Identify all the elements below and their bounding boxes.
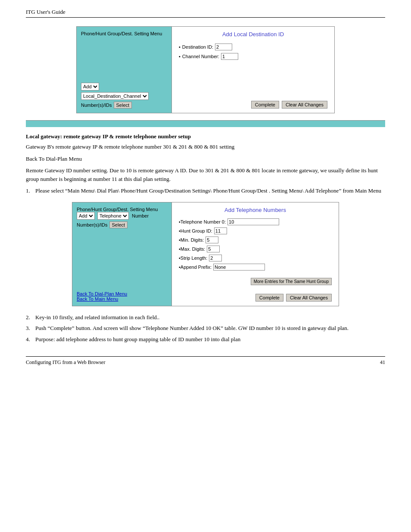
panel1-complete-button[interactable]: Complete (251, 101, 279, 109)
panel2-min-label: Min. Digits: (181, 237, 204, 243)
item3: 3. Push “Complete” button. And screen wi… (26, 324, 385, 333)
panel2-right: Add Telephone Numbers • Telephone Number… (171, 202, 339, 306)
panel2-clear-button[interactable]: Clear All Changes (286, 294, 332, 302)
panel1-dest-id-row: • Destination ID: (179, 44, 327, 50)
item4-text: Purpose: add telephone address to hunt g… (35, 335, 240, 344)
panel1-select-row: Number(s)/IDs Select (81, 102, 167, 109)
panel2-left-menu-label: Phone/Hunt Group/Dest. Setting Menu (77, 207, 167, 212)
panel2-max-label: Max. Digits: (181, 246, 205, 252)
footer-left: Configuring ITG from a Web Browser (26, 359, 105, 366)
section-text2: Back To Dial-Plan Menu (26, 155, 385, 163)
panel1-select-button[interactable]: Select (114, 102, 132, 109)
panel1-left: Phone/Hunt Group/Dest. Setting Menu Add … (77, 27, 171, 113)
panel2-left: Phone/Hunt Group/Dest. Setting Menu Add … (72, 202, 171, 306)
item3-num: 3. (26, 324, 33, 333)
panel2-hunt-label: Hunt Group ID: (181, 228, 212, 233)
panel2-link2[interactable]: Back To Main Menu (77, 296, 167, 302)
panel2-tel-row: • Telephone Number 0: (179, 218, 332, 225)
panel1-dropdown-row: Local_Destination_Channel (81, 92, 167, 100)
panel2-append-input[interactable] (213, 264, 265, 271)
panel2-max-row: • Max. Digits: (179, 246, 332, 252)
panel1-channel-row: • Channel Number: (179, 53, 327, 60)
panel1-right: Add Local Destination ID • Destination I… (171, 27, 334, 113)
panel2-button-row: Complete Clear All Changes (179, 289, 332, 302)
panel2-strip-input[interactable] (209, 255, 222, 261)
panel1-container: Phone/Hunt Group/Dest. Setting Menu Add … (76, 26, 335, 113)
panel2-min-row: • Min. Digits: (179, 236, 332, 243)
panel2-container: Phone/Hunt Group/Dest. Setting Menu Add … (72, 202, 339, 306)
section-text1: Gateway B's remote gateway IP & remote t… (26, 143, 385, 151)
panel1-channel-label: Channel Number: (182, 54, 219, 59)
panel1-dropdown[interactable]: Local_Destination_Channel (81, 92, 149, 100)
panel2-number-label: Number (132, 213, 149, 218)
panel2-more-entries-button[interactable]: More Entries for The Same Hunt Group (251, 278, 332, 285)
panel2-type-select[interactable]: Telephone (97, 212, 129, 220)
panel2-add-row: Add Telephone Number (77, 212, 167, 220)
item2-num: 2. (26, 313, 33, 322)
item1: 1. Please select “Main Menu\ Dial Plan\ … (26, 187, 385, 195)
bullet2: • (179, 54, 181, 59)
item1-text: Please select “Main Menu\ Dial Plan\ Pho… (35, 187, 381, 195)
panel2-select-label: Number(s)/IDs (77, 222, 108, 227)
panel2-hunt-row: • Hunt Group ID: (179, 227, 332, 234)
panel2-max-input[interactable] (207, 246, 220, 252)
section-text3: Remote Gateway ID number setting. Due to… (26, 166, 385, 183)
panel2-select-row: Number(s)/IDs Select (77, 221, 167, 228)
numbered-list-2: 2. Key-in 10 firstly, and related inform… (26, 313, 385, 344)
panel1-add-row: Add (81, 83, 167, 90)
item4: 4. Purpose: add telephone address to hun… (26, 335, 385, 344)
panel2-strip-label: Strip Length: (181, 255, 207, 261)
footer-right: 41 (380, 359, 385, 366)
panel1-dest-id-input[interactable] (215, 44, 232, 50)
panel2-controls: Add Telephone Number Number(s)/IDs Selec… (77, 212, 167, 228)
panel2-tel-label: Telephone Number 0: (181, 219, 226, 224)
panel2-tel-input[interactable] (227, 218, 279, 225)
page-header: ITG User's Guide (26, 9, 385, 18)
panel2-strip-row: • Strip Length: (179, 255, 332, 261)
panel2-hunt-input[interactable] (214, 227, 227, 234)
item4-num: 4. (26, 335, 33, 344)
panel1-channel-input[interactable] (221, 53, 238, 60)
panel2-link1[interactable]: Back To Dial-Plan Menu (77, 291, 167, 296)
panel2-complete-button[interactable]: Complete (255, 294, 283, 302)
item1-num: 1. (26, 187, 33, 195)
header-title: ITG User's Guide (26, 9, 65, 15)
numbered-list: 1. Please select “Main Menu\ Dial Plan\ … (26, 187, 385, 195)
panel2-title: Add Telephone Numbers (179, 207, 332, 213)
page-footer: Configuring ITG from a Web Browser 41 (26, 356, 385, 366)
panel1-clear-button[interactable]: Clear All Changes (282, 101, 327, 109)
panel1-button-row: Complete Clear All Changes (179, 96, 327, 109)
item3-text: Push “Complete” button. And screen will … (35, 324, 349, 333)
item2: 2. Key-in 10 firstly, and related inform… (26, 313, 385, 322)
panel1-bottom-bar (26, 120, 385, 127)
panel2-links: Back To Dial-Plan Menu Back To Main Menu (77, 291, 167, 302)
panel2-append-label: Append Prefix: (181, 264, 212, 270)
item2-text: Key-in 10 firstly, and related informati… (35, 313, 159, 322)
section-heading: Local gateway: remote gateway IP & remot… (26, 133, 385, 140)
panel2-select-button[interactable]: Select (109, 221, 128, 228)
panel1-select-label: Number(s)/IDs (81, 103, 112, 108)
panel2-append-row: • Append Prefix: (179, 264, 332, 271)
panel2-min-input[interactable] (206, 236, 218, 243)
bullet1: • (179, 44, 181, 50)
panel2-add-select[interactable]: Add (77, 212, 95, 220)
panel1-left-menu-label: Phone/Hunt Group/Dest. Setting Menu (81, 31, 167, 36)
panel1-add-select[interactable]: Add (81, 83, 99, 90)
panel1-controls: Add Local_Destination_Channel Number(s)/… (81, 83, 167, 109)
panel1-title: Add Local Destination ID (179, 31, 327, 37)
panel1-dest-id-label: Destination ID: (182, 44, 213, 50)
